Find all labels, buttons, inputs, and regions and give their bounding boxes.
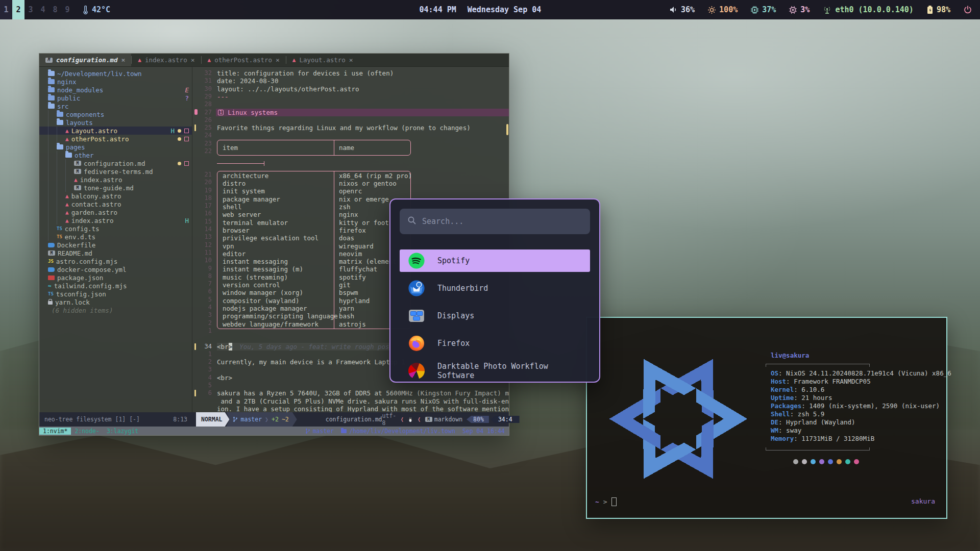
tree-item-nginx[interactable]: nginx xyxy=(39,78,192,86)
tree-item-tone-guide.md[interactable]: Mtone-guide.md xyxy=(39,184,192,192)
search-icon xyxy=(408,216,416,227)
tree-item-docker-compose.yml[interactable]: docker-compose.yml xyxy=(39,265,192,273)
frontmatter-divider[interactable]: --- xyxy=(217,93,509,101)
network-module[interactable]: eth0 (10.0.0.140) xyxy=(823,5,914,14)
blank-line[interactable] xyxy=(217,101,509,108)
intro-line[interactable]: Favorite things regarding Linux and my w… xyxy=(217,124,509,132)
tree-root[interactable]: ~/Development/liv.town xyxy=(39,69,192,78)
frontmatter-line[interactable]: date: 2024-08-30 xyxy=(217,77,509,85)
launcher-entry-spotify[interactable]: Spotify xyxy=(400,249,590,272)
tree-item-yarn.lock[interactable]: yarn.lock xyxy=(39,298,192,306)
table-row[interactable]: instant messagingmatrix (element xyxy=(217,258,410,265)
table-row[interactable]: terminal emulatorkitty or foot xyxy=(217,219,410,227)
launcher-entry-thunderbird[interactable]: Thunderbird xyxy=(400,277,590,299)
frontmatter-line[interactable]: title: configuration for devices i use (… xyxy=(217,69,509,77)
table-row[interactable]: instant messaging (m)fluffychat xyxy=(217,265,410,273)
blank-line[interactable] xyxy=(217,382,509,389)
tab-configuration.md[interactable]: Mconfiguration.md× xyxy=(39,54,131,66)
tree-item-tsconfig.json[interactable]: TStsconfig.json xyxy=(39,290,192,298)
tree-item-components[interactable]: components xyxy=(39,110,192,118)
table-row[interactable]: privilege escalation tooldoas xyxy=(217,234,410,242)
tree-item-fediverse-terms.md[interactable]: Mfediverse-terms.md xyxy=(39,167,192,176)
frontmatter-line[interactable]: layout: ../../layouts/otherPost.astro xyxy=(217,85,509,93)
table-row[interactable]: programming/scripting languagebash xyxy=(217,312,410,320)
paragraph-line[interactable]: ion. I have a setup consisting of Hyprla… xyxy=(217,405,509,412)
table-row[interactable]: editorneovim xyxy=(217,250,410,258)
table-row[interactable]: nodejs package manageryarn xyxy=(217,305,410,312)
tmux-window-2node[interactable]: 2:node- xyxy=(71,428,103,435)
launcher-entry-displays[interactable]: Displays xyxy=(400,305,590,327)
temperature-module[interactable]: 42°C xyxy=(83,5,110,14)
tree-item-package.json[interactable]: package.json xyxy=(39,273,192,282)
blank-line[interactable] xyxy=(217,132,509,139)
neotree-file-explorer[interactable]: ~/Development/liv.townnginxnode_modulesE… xyxy=(39,67,192,412)
tree-item-6hiddenitems[interactable]: (6 hidden items) xyxy=(39,306,192,314)
table-row[interactable]: compositor (wayland)hyprland xyxy=(217,297,410,305)
workspace-button-4[interactable]: 4 xyxy=(37,0,49,19)
paragraph-line[interactable]: sakura has a Ryzen 5 7640U, 32GB of DDR5… xyxy=(217,389,509,397)
tab-close-icon[interactable]: × xyxy=(349,56,353,64)
launcher-entry-firefox[interactable]: Firefox xyxy=(400,332,590,355)
blank-line[interactable] xyxy=(217,116,509,124)
tree-item-public[interactable]: public? xyxy=(39,94,192,102)
tab-otherPost.astro[interactable]: ▲otherPost.astro× xyxy=(202,54,286,66)
paragraph-line[interactable]: and a 2TB (Crucial P5 Plus) NVMe drive. … xyxy=(217,397,509,405)
workspace-button-1[interactable]: 1 xyxy=(0,0,12,19)
launcher-search-input[interactable]: Search... xyxy=(400,209,590,234)
tree-item-layouts[interactable]: layouts xyxy=(39,118,192,127)
tree-item-astro.config.mjs[interactable]: JSastro.config.mjs xyxy=(39,257,192,265)
table-row[interactable]: distronixos or gentoo xyxy=(217,180,410,187)
tree-item-label: config.ts xyxy=(65,225,100,233)
power-module[interactable] xyxy=(964,6,972,14)
tmux-window-3lazygit[interactable]: 3:lazygit xyxy=(103,428,142,435)
tree-item-other[interactable]: other xyxy=(39,151,192,159)
tab-close-icon[interactable]: × xyxy=(191,56,195,64)
workspace-button-9[interactable]: 9 xyxy=(61,0,74,19)
tree-item-env.d.ts[interactable]: TSenv.d.ts xyxy=(39,233,192,241)
tree-item-pages[interactable]: pages xyxy=(39,143,192,151)
table-row[interactable]: webdev language/frameworkastrojs xyxy=(217,320,410,328)
workspace-button-3[interactable]: 3 xyxy=(24,0,37,19)
tree-item-index.astro[interactable]: ▲index.astroH xyxy=(39,216,192,224)
workspace-button-2[interactable]: 2 xyxy=(12,0,24,19)
launcher-entry-darktable[interactable]: Darktable Photo Workflow Software xyxy=(400,360,590,382)
tmux-window-1nvim[interactable]: 1:nvim* xyxy=(39,428,71,435)
table-row[interactable]: package managernix or emerge xyxy=(217,195,410,203)
table-row[interactable]: init systemopenrc xyxy=(217,187,410,195)
tree-item-tailwind.config.mjs[interactable]: ≈tailwind.config.mjs xyxy=(39,282,192,290)
table-row[interactable]: browserfirefox xyxy=(217,227,410,234)
table-row[interactable]: architecturex86_64 (rip m2 pro) xyxy=(217,172,410,180)
table-row[interactable]: vpnwireguard xyxy=(217,242,410,250)
tree-item-Dockerfile[interactable]: Dockerfile xyxy=(39,241,192,249)
shell-prompt[interactable]: ~ > xyxy=(595,497,617,506)
tree-item-index.astro[interactable]: ▲index.astro xyxy=(39,176,192,184)
battery-module[interactable]: 98% xyxy=(927,5,950,14)
table-row[interactable]: music (streaming)spotify xyxy=(217,273,410,281)
tree-item-nodemodules[interactable]: node_modulesE xyxy=(39,86,192,94)
tree-item-Layout.astro[interactable]: ▲Layout.astroH xyxy=(39,127,192,135)
tree-item-contact.astro[interactable]: ▲contact.astro xyxy=(39,200,192,208)
volume-module[interactable]: 36% xyxy=(670,5,695,14)
workspace-button-8[interactable]: 8 xyxy=(49,0,61,19)
tree-item-config.ts[interactable]: TSconfig.ts xyxy=(39,224,192,233)
table-row[interactable]: shellzsh xyxy=(217,203,410,211)
tree-item-README.md[interactable]: MREADME.md xyxy=(39,249,192,257)
table-row[interactable]: web servernginx xyxy=(217,211,410,218)
memory-module[interactable]: 3% xyxy=(789,5,810,14)
tab-index.astro[interactable]: ▲index.astro× xyxy=(132,54,201,66)
tab-close-icon[interactable]: × xyxy=(276,56,280,64)
tree-item-garden.astro[interactable]: ▲garden.astro xyxy=(39,208,192,216)
tab-close-icon[interactable]: × xyxy=(121,56,125,64)
heading-line[interactable]: 1Linux systems xyxy=(216,109,509,116)
table-row[interactable]: window manager (xorg)bspwm xyxy=(217,289,410,296)
cpu-module[interactable]: 37% xyxy=(751,5,776,14)
line-number: 32 xyxy=(197,69,212,77)
table-row[interactable]: version controlgit xyxy=(217,281,410,289)
brightness-module[interactable]: 100% xyxy=(708,5,738,14)
tree-item-src[interactable]: src xyxy=(39,102,192,110)
tree-item-balcony.astro[interactable]: ▲balcony.astro xyxy=(39,192,192,200)
scrollbar-mark xyxy=(506,124,508,135)
tree-item-otherPost.astro[interactable]: ▲otherPost.astro xyxy=(39,135,192,143)
tab-Layout.astro[interactable]: ▲Layout.astro× xyxy=(286,54,359,66)
tree-item-configuration.md[interactable]: Mconfiguration.md xyxy=(39,159,192,167)
